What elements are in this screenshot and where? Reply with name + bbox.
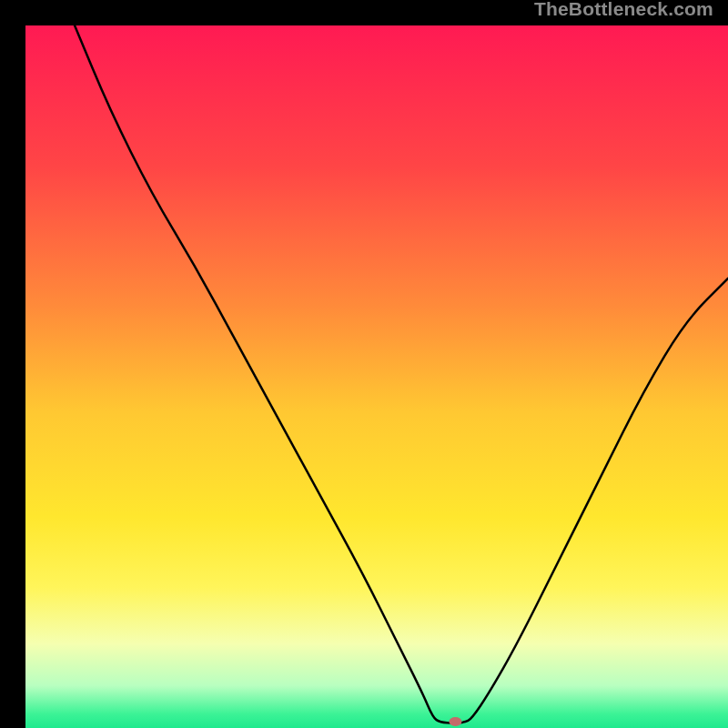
- gradient-background: [25, 25, 728, 728]
- target-marker: [449, 717, 461, 726]
- watermark-text: TheBottleneck.com: [534, 0, 713, 20]
- chart-frame: [13, 13, 715, 715]
- bottleneck-chart: [25, 25, 728, 728]
